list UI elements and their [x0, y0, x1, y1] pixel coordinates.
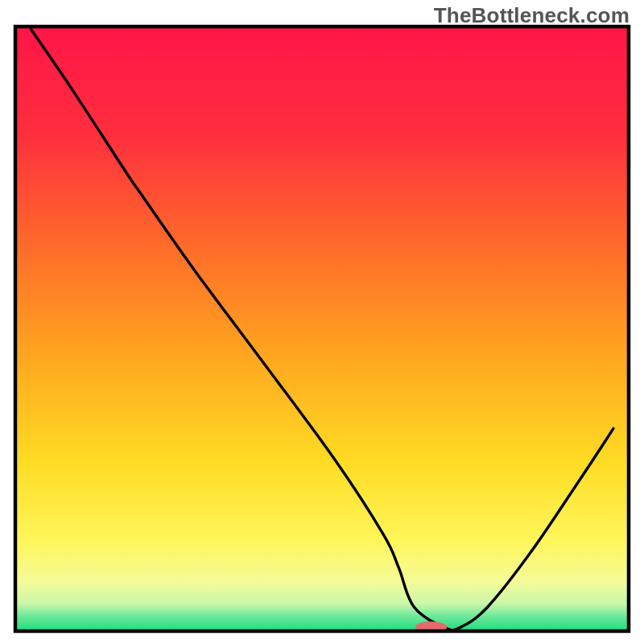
bottleneck-plot [0, 0, 644, 644]
gradient-background [15, 27, 629, 631]
watermark-text: TheBottleneck.com [434, 3, 630, 28]
chart-frame: TheBottleneck.com [0, 0, 644, 644]
